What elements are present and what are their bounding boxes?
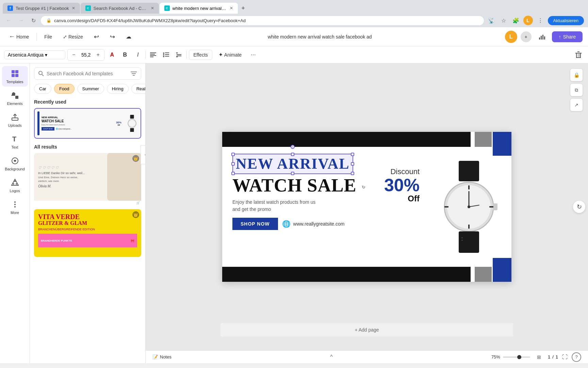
refresh-icon: ↻ — [577, 203, 582, 211]
svg-point-39 — [14, 201, 16, 203]
italic-button[interactable]: I — [132, 49, 143, 60]
extensions-icon[interactable]: 🧩 — [511, 16, 521, 25]
menu-icon[interactable]: ⋮ — [536, 16, 545, 25]
address-bar[interactable]: 🔒 canva.com/design/DAFD5-KX4F4/lup6hJW8u… — [41, 16, 484, 25]
forward-button[interactable]: → — [16, 16, 26, 25]
cloud-save-button[interactable]: ☁ — [122, 31, 135, 42]
sidebar-item-text[interactable]: T Text — [2, 132, 28, 152]
back-button[interactable]: ← — [4, 16, 14, 25]
zoom-slider[interactable] — [503, 356, 530, 358]
chevron-left-icon: ← — [9, 33, 15, 40]
tag-car[interactable]: Car — [34, 84, 51, 94]
recent-template-card[interactable]: NEW ARRIVAL WATCH SALE Enjoy the latest … — [34, 108, 141, 139]
sidebar-item-logos[interactable]: Logos — [2, 175, 28, 196]
tab-2-title: Search Facebook Ad - Canva — [94, 6, 148, 11]
help-button[interactable]: ? — [572, 352, 581, 362]
effects-button[interactable]: Effects — [189, 50, 212, 60]
text-label: Text — [11, 145, 18, 149]
filter-icon[interactable] — [131, 71, 137, 77]
tab-1[interactable]: f Test Gruppe #1 | Facebook ✕ — [3, 3, 80, 14]
sidebar-item-templates[interactable]: Templates — [2, 66, 28, 87]
undo-button[interactable]: ↩ — [91, 31, 102, 43]
tag-summer[interactable]: Summer — [77, 84, 104, 94]
tab-3-close[interactable]: ✕ — [230, 6, 233, 11]
ad-right — [426, 147, 511, 267]
svg-point-41 — [14, 206, 16, 208]
tag-real[interactable]: Real e... — [131, 84, 145, 94]
svg-rect-22 — [576, 57, 581, 58]
increase-size-button[interactable]: + — [94, 51, 102, 59]
decrease-size-button[interactable]: − — [70, 51, 78, 59]
avatar[interactable]: L — [505, 31, 517, 43]
rotate-icon: ↻ — [361, 185, 366, 190]
sidebar-item-uploads[interactable]: Uploads — [2, 110, 28, 130]
resize-button[interactable]: ⤢ Resize — [60, 32, 86, 42]
lock-button[interactable]: 🔒 — [570, 69, 583, 81]
panel-collapse-button[interactable]: ‹ — [141, 145, 146, 164]
text-color-button[interactable]: A — [107, 49, 117, 60]
tab-2[interactable]: C Search Facebook Ad - Canva ✕ — [81, 3, 159, 14]
discount-pct: 30% — [384, 176, 420, 194]
link-button[interactable]: ↗ — [570, 99, 583, 111]
copy-button[interactable]: ⧉ — [570, 84, 583, 96]
tab-2-close[interactable]: ✕ — [151, 6, 154, 11]
list-button[interactable] — [161, 49, 172, 60]
notes-button[interactable]: 📝 Notes — [152, 354, 172, 359]
tab-bar: f Test Gruppe #1 | Facebook ✕ C Search F… — [0, 0, 588, 14]
align-button[interactable] — [148, 49, 159, 60]
home-button[interactable]: ← Home — [5, 31, 32, 42]
bookmark-icon[interactable]: ☆ — [499, 16, 508, 25]
ad-left: NEW ARRIVAL ↻ WATCH SALE ↻ En — [222, 147, 426, 267]
font-size-control: − 55,2 + — [67, 49, 104, 61]
more-options-button[interactable]: ··· — [248, 49, 259, 60]
tab-3[interactable]: C white modern new arrival watc... ✕ — [160, 3, 238, 14]
template-card-1[interactable]: ♡ ♡ ♡ ♡ ♡ In LIEBE Danke Dir so sehr, we… — [34, 153, 141, 205]
discount-off: Off — [384, 194, 420, 203]
delete-button[interactable] — [573, 49, 584, 60]
template-card-2[interactable]: VITA VERDE GLITZER & GLAM BRANCHENÜBERGR… — [34, 209, 141, 257]
tag-hiring[interactable]: Hiring — [107, 84, 129, 94]
svg-rect-2 — [542, 35, 543, 40]
ad-blue-bar-bottom — [493, 258, 511, 282]
add-page-button[interactable]: + — [521, 31, 532, 42]
tab-1-close[interactable]: ✕ — [72, 6, 75, 11]
cast-icon[interactable]: 📡 — [487, 16, 496, 25]
svg-rect-3 — [544, 36, 545, 40]
share-icon: ↑ — [559, 34, 561, 40]
svg-rect-24 — [579, 54, 580, 57]
share-button[interactable]: ↑ Share — [552, 31, 583, 42]
expand-button[interactable]: ⛶ — [562, 354, 568, 360]
add-page-button[interactable]: + Add page — [220, 323, 513, 337]
profile-icon[interactable]: L — [523, 16, 533, 25]
redo-button[interactable]: ↪ — [107, 31, 118, 43]
animate-button[interactable]: ✦ Animate — [214, 49, 246, 60]
new-tab-button[interactable]: + — [239, 3, 248, 13]
refresh-button[interactable]: ↻ — [573, 201, 585, 213]
collapse-top-button[interactable]: ^ — [330, 354, 333, 360]
update-button[interactable]: Aktualisieren — [548, 16, 584, 25]
svg-point-10 — [163, 54, 164, 56]
tag-food[interactable]: Food — [54, 84, 75, 94]
templates-panel: Car Food Summer Hiring Real e... › Recen… — [30, 63, 146, 363]
shop-now-button[interactable]: SHOP NOW — [232, 218, 278, 230]
sidebar-item-more[interactable]: More — [2, 197, 28, 217]
template-1-overlay: 🛒 — [136, 201, 140, 204]
svg-rect-21 — [580, 53, 581, 58]
divider-1 — [36, 33, 37, 41]
bold-button[interactable]: B — [119, 49, 130, 60]
svg-rect-7 — [150, 57, 153, 57]
rotate-handle[interactable]: ↻ — [291, 145, 295, 149]
svg-rect-9 — [165, 52, 169, 53]
reload-button[interactable]: ↻ — [29, 16, 38, 25]
font-selector[interactable]: Arsenica Antiqua ▾ — [4, 50, 65, 59]
file-button[interactable]: File — [41, 32, 55, 42]
analytics-icon[interactable] — [535, 31, 549, 42]
fit-button[interactable]: ⊞ — [534, 352, 544, 362]
search-input[interactable] — [47, 71, 128, 76]
tab-3-favicon: C — [164, 5, 170, 11]
sidebar-item-background[interactable]: Background — [2, 153, 28, 174]
spacing-button[interactable] — [174, 49, 184, 60]
template-2-crown: 👑 — [132, 211, 139, 218]
new-arrival-container[interactable]: NEW ARRIVAL ↻ — [232, 154, 353, 174]
sidebar-item-elements[interactable]: Elements — [2, 88, 28, 108]
